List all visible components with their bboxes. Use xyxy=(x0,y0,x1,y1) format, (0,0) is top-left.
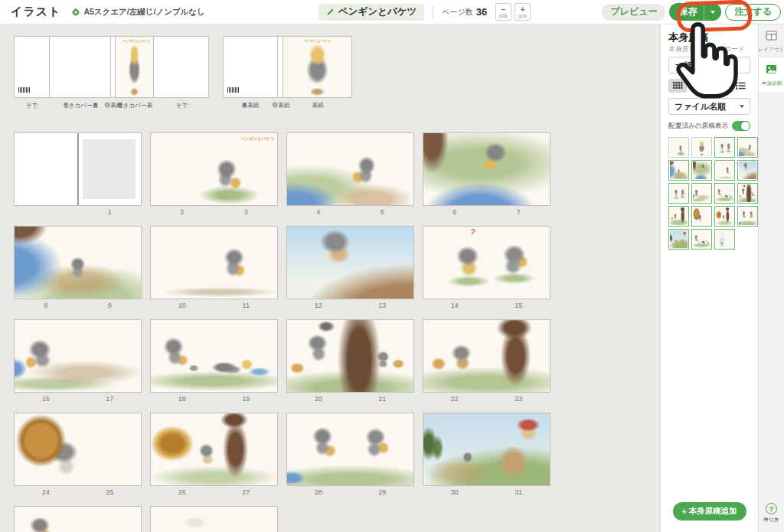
page-number: 23 xyxy=(487,395,551,403)
spread-cell: 89 xyxy=(14,226,142,312)
manuscript-thumb[interactable] xyxy=(668,137,689,158)
page-canvas: そで巻きカバー裏背表紙ペンギンとバケツ巻きカバー表そで裏表紙背表紙ペンギンとバケ… xyxy=(0,24,660,532)
toggle-knob xyxy=(741,122,750,130)
page-number: 21 xyxy=(351,395,415,403)
spread-cell: 2627 xyxy=(150,413,278,498)
manuscript-thumb[interactable] xyxy=(691,206,712,227)
thumb-art xyxy=(739,207,756,225)
manuscript-thumb[interactable] xyxy=(737,206,758,227)
spread-thumbnail[interactable] xyxy=(14,132,142,206)
manuscript-thumb[interactable] xyxy=(691,229,712,250)
question-mark-annotation: ? xyxy=(469,227,476,237)
cover-panel[interactable] xyxy=(49,36,111,98)
manuscript-thumb[interactable] xyxy=(737,160,758,181)
cover-panel-column: そで xyxy=(14,36,50,109)
spread-cell: 1 xyxy=(14,132,142,218)
spread-thumbnail[interactable]: ? xyxy=(423,226,550,299)
grid-small-icon[interactable] xyxy=(690,79,708,93)
manuscript-thumb[interactable] xyxy=(714,160,735,181)
cover-panel[interactable] xyxy=(153,36,209,98)
manuscript-thumb[interactable] xyxy=(714,206,735,227)
spread-thumbnail[interactable] xyxy=(14,506,142,532)
thumb-art xyxy=(693,184,710,202)
manuscript-thumb[interactable] xyxy=(714,183,735,204)
cover-panel[interactable] xyxy=(14,36,50,98)
right-rail: レイアウト本身原稿 ? 作り方 xyxy=(758,24,784,532)
thumb-art xyxy=(716,230,733,248)
delete-page-button[interactable]: − 削除 xyxy=(495,3,511,21)
manuscript-thumb[interactable] xyxy=(714,137,735,158)
thumb-art xyxy=(739,162,756,179)
save-dropdown-button[interactable] xyxy=(704,3,721,21)
spread-thumbnail[interactable] xyxy=(150,319,278,393)
rail-tab-manuscript[interactable]: 本身原稿 xyxy=(759,58,784,92)
cover-panel-label: 表紙 xyxy=(312,101,323,109)
rail-tab-layout[interactable]: レイアウト xyxy=(759,24,784,58)
grid-large-icon[interactable] xyxy=(668,79,687,93)
spread-thumbnail[interactable] xyxy=(150,226,278,299)
manuscript-thumb[interactable] xyxy=(668,206,689,227)
spread-thumbnail[interactable] xyxy=(286,413,414,486)
spread-thumbnail[interactable] xyxy=(150,413,278,486)
manuscript-thumb[interactable] xyxy=(714,229,735,250)
add-page-button[interactable]: + 追加 xyxy=(514,3,531,21)
page-numbers: 1011 xyxy=(150,299,278,312)
cover-panel[interactable]: ペンギンとバケツ xyxy=(283,36,352,98)
placed-visibility-toggle[interactable] xyxy=(732,121,750,131)
page-number: 3 xyxy=(214,208,279,216)
cover-panel[interactable]: ペンギンとバケツ xyxy=(115,36,154,98)
add-manuscript-label: 本身原稿追加 xyxy=(689,506,737,517)
sort-select[interactable]: ファイル名順 xyxy=(668,98,750,115)
spread-cell: ?1415 xyxy=(423,226,550,312)
manuscript-thumb[interactable] xyxy=(668,160,689,181)
minus-icon: − xyxy=(501,6,506,13)
spread-thumbnail[interactable] xyxy=(14,319,142,393)
spread-thumbnail[interactable]: ペンギンとバケツ xyxy=(150,132,278,206)
preview-button[interactable]: プレビュー xyxy=(602,4,665,21)
page-number: 15 xyxy=(487,302,551,309)
manuscript-thumb[interactable] xyxy=(691,160,712,181)
book-spec[interactable]: A5スクエア/左綴じ/ノンブルなし xyxy=(71,7,204,18)
add-manuscript-button[interactable]: + 本身原稿追加 xyxy=(672,502,746,521)
spread-grid: 1ペンギンとバケツ2345678910111213?14151617181920… xyxy=(14,132,660,532)
manuscript-thumb[interactable] xyxy=(668,183,689,204)
thumb-art xyxy=(670,184,688,202)
spread-thumbnail[interactable] xyxy=(423,413,550,486)
rail-tab-label: レイアウト xyxy=(758,46,784,53)
page-number: 4 xyxy=(286,208,351,216)
spread-thumbnail[interactable] xyxy=(14,413,142,486)
cover-panel[interactable] xyxy=(223,36,278,98)
page-number: 9 xyxy=(78,302,142,309)
page-number: 1 xyxy=(78,208,142,216)
page-number: 14 xyxy=(423,302,487,309)
batch-place-button[interactable]: 一括配置 xyxy=(668,57,750,73)
order-button[interactable]: 注文する xyxy=(725,4,781,21)
manuscript-thumb[interactable] xyxy=(737,137,758,158)
page-count-value: 36 xyxy=(476,6,487,18)
manuscript-thumb[interactable] xyxy=(668,229,689,250)
book-title: ペンギンとバケツ xyxy=(338,5,416,18)
spread-thumbnail[interactable] xyxy=(423,132,550,206)
page-number: 26 xyxy=(150,488,214,496)
page-numbers: 45 xyxy=(286,206,414,218)
manuscript-thumb[interactable] xyxy=(737,183,758,204)
grid-tiles-icon[interactable] xyxy=(710,79,729,93)
sort-value: ファイル名順 xyxy=(675,101,726,113)
page-number: 17 xyxy=(78,395,142,403)
book-title-badge[interactable]: ペンギンとバケツ xyxy=(318,4,424,21)
spread-thumbnail[interactable] xyxy=(286,132,414,206)
page-number: 8 xyxy=(14,302,78,309)
manuscript-thumb[interactable] xyxy=(691,183,712,204)
cover-panel-label: そで xyxy=(26,101,38,109)
spread-thumbnail[interactable] xyxy=(286,226,414,299)
spread-thumbnail[interactable] xyxy=(150,506,278,532)
help-button[interactable]: ? 作り方 xyxy=(759,503,784,524)
spread-thumbnail[interactable] xyxy=(423,319,550,393)
spread-thumbnail[interactable] xyxy=(286,319,414,393)
manuscript-thumb[interactable] xyxy=(691,137,712,158)
save-button[interactable]: 保存 xyxy=(669,3,704,21)
sidebar-subtitle: 本身原稿のアップロード xyxy=(668,44,750,53)
list-icon[interactable] xyxy=(732,79,750,93)
page-number: 10 xyxy=(150,302,214,309)
spread-thumbnail[interactable] xyxy=(14,226,142,299)
